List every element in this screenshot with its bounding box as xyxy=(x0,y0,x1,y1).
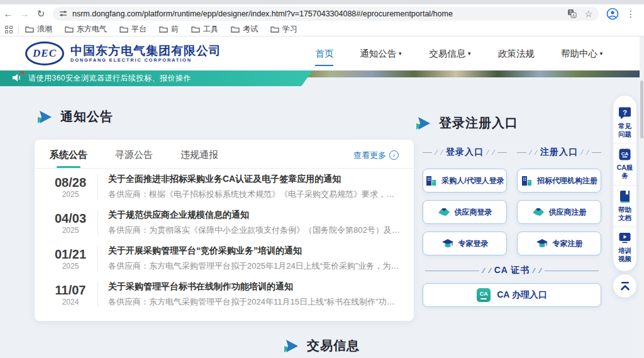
login-group-header: 登录入口 xyxy=(423,147,507,158)
notice-title[interactable]: 关于开展采购管理平台“竞价采购业务”培训的通知 xyxy=(108,245,401,257)
bidding-agency-register-button[interactable]: 招标代理机构注册 xyxy=(517,169,601,193)
widget-label: 帮助文档 xyxy=(617,206,633,222)
tab-sourcing-notices[interactable]: 寻源公告 xyxy=(115,149,153,168)
folder-icon xyxy=(191,26,200,33)
notice-row[interactable]: 08/282025 关于全面推进非招标采购业务CA认证及电子签章应用的通知 各供… xyxy=(35,169,414,204)
back-icon[interactable]: ← xyxy=(0,8,16,19)
bookmark-folder[interactable]: 考试 xyxy=(231,24,258,35)
handshake-icon xyxy=(532,208,545,217)
folder-icon xyxy=(65,26,74,33)
expert-login-button[interactable]: 专家登录 xyxy=(423,232,507,255)
button-label: 招标代理机构注册 xyxy=(537,176,597,186)
notice-desc: 各供应商：东方电气采购管理平台拟于2025年1月24日上线“竞价采购”业务，为帮… xyxy=(108,260,401,272)
graduation-cap-icon xyxy=(441,238,454,249)
ticker-text: 请使用360安全浏览器进行后续投标、报价操作 xyxy=(28,73,191,84)
training-videos-item[interactable]: 培训视频 xyxy=(613,227,636,267)
reload-icon[interactable]: ↻ xyxy=(33,8,49,20)
handshake-icon xyxy=(438,208,450,217)
svg-text:CA: CA xyxy=(621,151,629,157)
notices-tabs: 系统公告 寻源公告 违规通报 查看更多 › xyxy=(35,140,414,168)
building-icon xyxy=(521,176,533,186)
graduation-cap-icon xyxy=(536,238,548,249)
nav-notices[interactable]: 通知公告▼ xyxy=(358,44,404,64)
ca-apply-button[interactable]: CA CA 办理入口 xyxy=(423,283,601,307)
notice-title[interactable]: 关于全面推进非招标采购业务CA认证及电子签章应用的通知 xyxy=(108,174,401,185)
notice-title[interactable]: 关于采购管理平台标书在线制作功能培训的通知 xyxy=(108,281,401,293)
building-icon xyxy=(425,176,437,186)
buyer-agent-login-button[interactable]: 采购人/代理人登录 xyxy=(423,169,507,193)
tab-system-notices[interactable]: 系统公告 xyxy=(50,149,87,168)
nav-policies[interactable]: 政策法规 xyxy=(497,44,536,64)
arrow-right-icon: › xyxy=(389,150,399,160)
browser-toolbar: ← → ↻ nsrm.dongfang.com/platform/runtime… xyxy=(0,4,644,23)
forward-icon[interactable]: → xyxy=(16,8,33,19)
widget-label: 常见问题 xyxy=(617,122,633,138)
question-icon: ? xyxy=(618,106,631,120)
company-logo[interactable]: DEC 中国东方电气集团有限公司 DONGFANG ELECTRIC CORPO… xyxy=(25,42,221,65)
bookmark-folder[interactable]: 前 xyxy=(159,24,179,35)
folder-icon xyxy=(119,26,128,33)
page-scrollbar[interactable] xyxy=(640,36,644,358)
nav-home[interactable]: 首页 xyxy=(314,44,335,64)
scrollbar-thumb[interactable] xyxy=(640,81,643,138)
bookmark-label: 考试 xyxy=(243,24,258,35)
address-bar[interactable]: nsrm.dongfang.com/platform/runtime/epp/d… xyxy=(53,7,599,21)
supplier-login-button[interactable]: 供应商登录 xyxy=(423,200,507,224)
button-label: 供应商登录 xyxy=(455,207,492,218)
nav-help-center[interactable]: 帮助中心▼ xyxy=(560,44,605,64)
faq-item[interactable]: ? 常见问题 xyxy=(613,102,636,143)
tab-violation-reports[interactable]: 违规通报 xyxy=(180,149,218,168)
bookmark-label: 前 xyxy=(171,24,179,35)
hero-image-strip xyxy=(296,70,644,77)
browser-menu-icon[interactable]: ⋮ xyxy=(626,9,635,19)
notice-date: 08/282025 xyxy=(50,175,91,199)
button-label: 专家注册 xyxy=(553,238,583,249)
bookmark-folder[interactable]: 平台 xyxy=(119,24,147,35)
expert-register-button[interactable]: 专家注册 xyxy=(517,232,601,255)
notice-desc: 各供应商：根据《电子招标投标系统技术规范》《电子采购交易规范》要求，东方电气采购… xyxy=(108,189,401,200)
bookmark-star-icon[interactable]: ☆ xyxy=(584,9,592,19)
section-title: 交易信息 xyxy=(307,337,360,354)
bookmarks-divider xyxy=(18,25,19,34)
supplier-register-button[interactable]: 供应商注册 xyxy=(517,200,601,224)
ca-service-item[interactable]: CA CA服务 xyxy=(613,143,636,184)
trade-section-header: 交易信息 xyxy=(284,337,360,354)
chevron-down-icon: ▼ xyxy=(467,51,472,57)
nav-trade-info[interactable]: 交易信息▼ xyxy=(428,44,473,64)
register-group-header: 注册入口 xyxy=(517,147,601,158)
notice-desc: 各供应商：为贯彻落实《保障中小企业款项支付条例》（国务院令第802号）及《中小企… xyxy=(108,225,401,236)
browser-tabstrip xyxy=(0,0,644,4)
bookmark-folder[interactable]: 学习 xyxy=(270,24,297,35)
folder-icon xyxy=(25,26,34,33)
section-arrow-icon xyxy=(38,111,53,123)
chevron-down-icon: ▼ xyxy=(599,51,604,57)
notice-row[interactable]: 11/072024 关于采购管理平台标书在线制作功能培训的通知 各供应商：东方电… xyxy=(35,276,414,312)
folder-icon xyxy=(231,26,240,33)
dec-logo-icon: DEC xyxy=(25,42,64,65)
notice-row[interactable]: 04/032025 关于规范供应商企业规模信息的通知 各供应商：为贯彻落实《保障… xyxy=(35,204,414,240)
folder-icon xyxy=(159,26,168,33)
bookmark-folder[interactable]: 浪潮 xyxy=(25,24,52,35)
button-label: CA 办理入口 xyxy=(497,289,547,301)
company-name-en: DONGFANG ELECTRIC CORPORATION xyxy=(70,57,221,63)
bookmark-folder[interactable]: 工具 xyxy=(191,24,218,35)
widget-label: CA服务 xyxy=(617,164,633,180)
help-docs-item[interactable]: 帮助文档 xyxy=(613,185,636,227)
divider xyxy=(97,282,98,307)
profile-icon[interactable] xyxy=(606,8,619,20)
bookmark-folder[interactable]: 东方电气 xyxy=(65,24,107,35)
divider xyxy=(97,174,98,199)
view-more-link[interactable]: 查看更多 › xyxy=(353,150,399,168)
section-title: 通知公告 xyxy=(60,108,113,125)
main-nav: 首页 通知公告▼ 交易信息▼ 政策法规 帮助中心▼ xyxy=(314,36,605,70)
notice-date: 11/072024 xyxy=(50,282,91,306)
back-to-top-button[interactable] xyxy=(613,274,636,298)
apps-grid-icon[interactable] xyxy=(5,26,13,33)
translate-icon[interactable]: 文 A xyxy=(567,9,577,18)
notices-card: 系统公告 寻源公告 违规通报 查看更多 › 08/282025 关于全面推进非招… xyxy=(35,140,414,321)
notice-row[interactable]: 01/212025 关于开展采购管理平台“竞价采购业务”培训的通知 各供应商：东… xyxy=(35,240,414,276)
url-text[interactable]: nsrm.dongfang.com/platform/runtime/epp/d… xyxy=(72,9,562,18)
site-settings-icon[interactable] xyxy=(59,9,67,18)
notice-title[interactable]: 关于规范供应商企业规模信息的通知 xyxy=(108,210,401,221)
announcement-ticker: 请使用360安全浏览器进行后续投标、报价操作 xyxy=(0,70,313,86)
